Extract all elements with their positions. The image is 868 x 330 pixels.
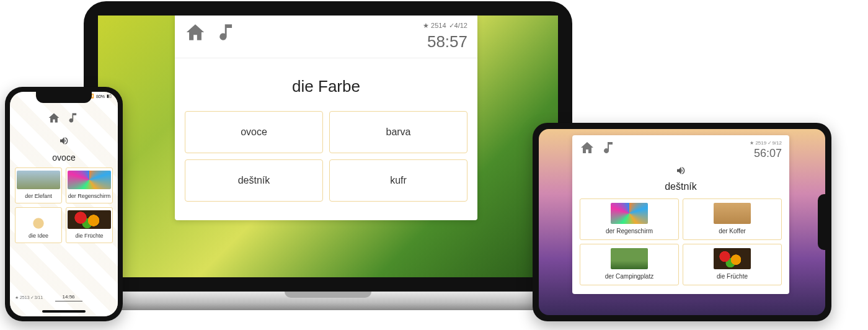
- home-icon[interactable]: [580, 140, 595, 158]
- points-value: 2513: [15, 295, 30, 300]
- thumb-umbrella: [611, 203, 648, 224]
- option-3[interactable]: deštník: [185, 159, 323, 202]
- prompt-word: ovoce: [15, 153, 113, 163]
- options-grid: der Elefant der Regenschirm die Idee die…: [15, 167, 113, 243]
- divider: [175, 58, 477, 58]
- phone-device: 📶 80% ▮▯ ovoce der Elefant der Regenschi…: [5, 87, 123, 321]
- option-label: die Idee: [29, 233, 48, 239]
- tablet-screen: 2519 9/12 56:07 deštník der Regenschirm …: [539, 129, 825, 315]
- laptop-device: 2514 4/12 58:57 die Farbe ovoce barva de…: [84, 1, 572, 310]
- timer: 14:56: [55, 294, 82, 301]
- home-icon[interactable]: [48, 112, 60, 127]
- phone-notch: [36, 92, 92, 103]
- home-indicator[interactable]: [42, 310, 86, 313]
- stats-line: 2519 9/12: [750, 140, 782, 146]
- tablet-notch: [818, 194, 825, 250]
- points-value: 2514: [423, 22, 446, 30]
- tablet-device: 2519 9/12 56:07 deštník der Regenschirm …: [533, 123, 831, 321]
- options-grid: ovoce barva deštník kufr: [185, 111, 467, 202]
- thumb-camping: [611, 248, 648, 269]
- timer: 56:07: [750, 147, 782, 160]
- music-icon[interactable]: [217, 22, 238, 45]
- option-2[interactable]: der Regenschirm: [66, 167, 113, 203]
- stats-line: 2513 3/11: [15, 295, 43, 300]
- battery-pct: 80%: [96, 94, 105, 99]
- music-icon[interactable]: [68, 112, 80, 127]
- progress-value: 9/12: [768, 140, 782, 146]
- options-grid: der Regenschirm der Koffer der Campingpl…: [580, 198, 782, 285]
- option-1[interactable]: der Regenschirm: [580, 198, 679, 240]
- quiz-card: 2514 4/12 58:57 die Farbe ovoce barva de…: [175, 16, 477, 220]
- option-label: die Früchte: [75, 233, 103, 239]
- speaker-icon[interactable]: [580, 165, 782, 179]
- option-3[interactable]: die Idee: [15, 207, 62, 243]
- battery-icon: ▮▯: [107, 94, 112, 99]
- thumb-koffer: [714, 203, 751, 224]
- prompt-word: die Farbe: [185, 77, 467, 96]
- thumb-elephant: [17, 171, 60, 189]
- progress-value: 4/12: [449, 22, 467, 30]
- option-label: der Koffer: [719, 228, 746, 234]
- option-label: der Regenschirm: [68, 193, 111, 199]
- quiz-card: 2519 9/12 56:07 deštník der Regenschirm …: [572, 135, 789, 294]
- option-4[interactable]: kufr: [329, 159, 467, 202]
- phone-screen: 📶 80% ▮▯ ovoce der Elefant der Regenschi…: [10, 92, 118, 316]
- option-label: die Früchte: [717, 273, 748, 280]
- thumb-fruit: [68, 210, 111, 229]
- home-icon[interactable]: [185, 22, 206, 45]
- option-label: der Elefant: [25, 193, 52, 199]
- option-label: der Regenschirm: [606, 228, 653, 234]
- option-label: der Campingplatz: [605, 273, 653, 280]
- speaker-icon[interactable]: [15, 135, 113, 149]
- option-2[interactable]: barva: [329, 111, 467, 153]
- option-1[interactable]: der Elefant: [15, 167, 62, 203]
- option-4[interactable]: die Früchte: [66, 207, 113, 243]
- stats-line: 2514 4/12: [423, 22, 467, 30]
- prompt-word: deštník: [580, 181, 782, 192]
- points-value: 2519: [750, 140, 766, 146]
- music-icon[interactable]: [602, 140, 617, 158]
- option-3[interactable]: der Campingplatz: [580, 244, 679, 285]
- phone-statusbar: 📶 80% ▮▯: [89, 94, 112, 99]
- progress-value: 3/11: [30, 295, 43, 300]
- thumb-umbrella: [68, 171, 111, 189]
- laptop-body: 2514 4/12 58:57 die Farbe ovoce barva de…: [84, 1, 572, 292]
- option-1[interactable]: ovoce: [185, 111, 323, 153]
- timer: 58:57: [423, 32, 467, 51]
- thumb-fruit: [714, 248, 751, 269]
- laptop-base: [43, 292, 613, 310]
- option-4[interactable]: die Früchte: [683, 244, 782, 285]
- laptop-screen: 2514 4/12 58:57 die Farbe ovoce barva de…: [98, 16, 558, 277]
- thumb-idea: [17, 210, 60, 229]
- option-2[interactable]: der Koffer: [683, 198, 782, 240]
